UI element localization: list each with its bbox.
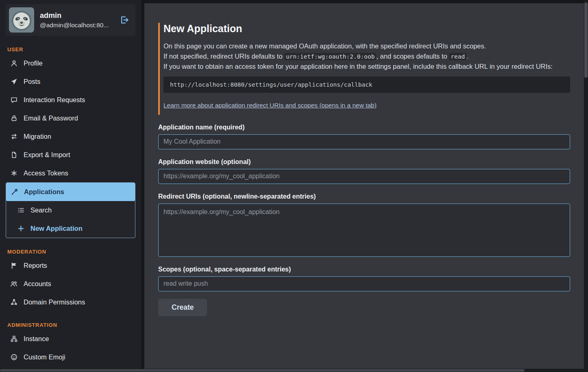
page-description: On this page you can create a new manage… — [163, 41, 570, 72]
sidebar-item-custom-emoji[interactable]: Custom Emoji — [6, 348, 135, 366]
sidebar-item-reports[interactable]: Reports — [6, 256, 135, 275]
create-button[interactable]: Create — [158, 299, 207, 316]
sidebar-item-interaction-requests[interactable]: Interaction Requests — [6, 91, 135, 109]
sidebar-item-label: Export & Import — [24, 151, 70, 159]
applications-nav-group: Applications Search New Application — [6, 182, 135, 238]
logout-button[interactable] — [118, 14, 131, 26]
user-icon — [10, 60, 18, 67]
flag-icon — [10, 262, 18, 269]
sidebar-item-label: Search — [30, 206, 52, 214]
sidebar-item-applications-search[interactable]: Search — [6, 201, 135, 219]
paper-plane-icon — [10, 78, 18, 85]
avatar — [9, 7, 34, 33]
sidebar-item-label: Reports — [24, 262, 47, 269]
application-website-label: Application website (optional) — [158, 158, 570, 166]
users-icon — [10, 280, 18, 287]
sidebar-item-label: Applications — [24, 188, 64, 196]
page-title: New Application — [163, 23, 570, 35]
application-name-input[interactable] — [158, 134, 570, 149]
comment-icon — [10, 96, 18, 103]
sidebar-item-migration[interactable]: Migration — [6, 127, 135, 146]
sidebar-item-export-import[interactable]: Export & Import — [6, 146, 135, 164]
sidebar-item-new-application[interactable]: New Application — [6, 219, 135, 238]
sidebar-item-profile[interactable]: Profile — [6, 54, 135, 72]
sidebar-item-label: Instance — [24, 335, 49, 343]
token-icon — [10, 170, 18, 177]
sidebar-item-applications[interactable]: Applications — [6, 183, 135, 201]
sidebar: admin @admin@localhost:80... USER Profil… — [0, 0, 141, 372]
redirect-uris-label: Redirect URIs (optional, newline-separat… — [158, 193, 570, 200]
scopes-input[interactable] — [158, 276, 570, 291]
user-handle: @admin@localhost:80... — [40, 22, 113, 29]
tools-icon — [10, 188, 18, 195]
sidebar-item-label: Profile — [24, 59, 43, 67]
sidebar-item-label: Domain Permissions — [24, 298, 85, 306]
description-line-1: On this page you can create a new manage… — [163, 41, 570, 51]
learn-more-link[interactable]: Learn more about application redirect UR… — [163, 102, 377, 109]
sidebar-item-label: Custom Emoji — [24, 353, 65, 361]
plus-icon — [17, 225, 25, 232]
sidebar-item-email-password[interactable]: Email & Password — [6, 109, 135, 127]
sidebar-item-label: New Application — [30, 225, 83, 232]
callback-url-code-block: http://localhost:8080/settings/user/appl… — [163, 77, 570, 93]
file-export-icon — [10, 151, 18, 158]
sidebar-item-label: Posts — [24, 78, 40, 85]
user-name: admin — [40, 11, 113, 20]
redirect-uris-textarea[interactable] — [158, 204, 570, 257]
sidebar-item-label: Email & Password — [24, 114, 78, 122]
section-header-moderation: MODERATION — [7, 249, 134, 255]
horizontal-scrollbar[interactable] — [0, 369, 588, 372]
sidebar-item-accounts[interactable]: Accounts — [6, 275, 135, 293]
sidebar-item-domain-permissions[interactable]: Domain Permissions — [6, 293, 135, 311]
sidebar-item-label: Interaction Requests — [24, 96, 85, 104]
horizontal-scrollbar-thumb[interactable] — [0, 369, 525, 372]
inline-code-read: read — [449, 53, 466, 60]
circle-nodes-icon — [10, 299, 18, 306]
migration-arrows-icon — [10, 133, 18, 140]
inline-code-oob: urn:ietf:wg:oauth:2.0:oob — [284, 53, 376, 60]
vertical-scrollbar[interactable] — [584, 0, 588, 372]
user-card[interactable]: admin @admin@localhost:80... — [6, 4, 135, 36]
application-name-label: Application name (required) — [158, 124, 570, 131]
section-header-user: USER — [7, 46, 134, 53]
logout-icon — [120, 15, 129, 24]
description-line-3: If you want to obtain an access token fo… — [163, 61, 570, 72]
sidebar-item-label: Migration — [24, 133, 51, 140]
application-website-input[interactable] — [158, 169, 570, 184]
sidebar-item-label: Access Tokens — [24, 169, 68, 177]
page-header-block: New Application On this page you can cre… — [158, 23, 570, 115]
new-application-form: Application name (required) Application … — [158, 124, 570, 316]
sidebar-item-instance[interactable]: Instance — [6, 330, 135, 348]
callback-url: http://localhost:8080/settings/user/appl… — [170, 81, 372, 88]
sidebar-item-access-tokens[interactable]: Access Tokens — [6, 164, 135, 182]
emoji-icon — [10, 354, 18, 361]
lock-icon — [10, 115, 18, 122]
sidebar-item-posts[interactable]: Posts — [6, 72, 135, 91]
section-header-administration: ADMINISTRATION — [7, 322, 134, 328]
description-line-2: If not specified, redirect URIs defaults… — [163, 51, 570, 62]
sidebar-item-label: Accounts — [24, 280, 51, 288]
sitemap-icon — [10, 335, 18, 342]
main-content: New Application On this page you can cre… — [144, 3, 584, 369]
vertical-scrollbar-thumb[interactable] — [584, 2, 588, 78]
scopes-label: Scopes (optional, space-separated entrie… — [158, 266, 570, 273]
user-meta: admin @admin@localhost:80... — [40, 11, 113, 29]
list-icon — [17, 207, 25, 214]
